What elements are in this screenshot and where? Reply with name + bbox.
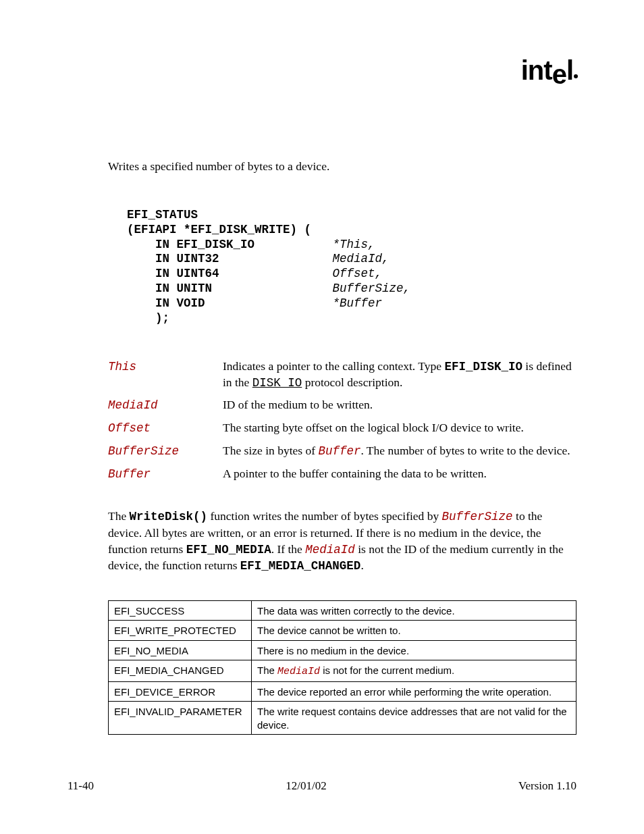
table-row: EFI_SUCCESSThe data was written correctl… (109, 600, 576, 621)
param-desc: A pointer to the buffer containing the d… (223, 466, 576, 482)
status-desc: The data was written correctly to the de… (252, 600, 576, 621)
param-name: Buffer (108, 466, 223, 482)
table-row: EFI_INVALID_PARAMETERThe write request c… (109, 702, 576, 735)
summary-text: Writes a specified number of bytes to a … (108, 159, 576, 174)
status-code: EFI_NO_MEDIA (109, 640, 252, 660)
proto-kw-5: IN VOID (155, 296, 205, 310)
page-footer: 11-40 12/01/02 Version 1.10 (68, 779, 576, 793)
table-row: EFI_NO_MEDIAThere is no medium in the de… (109, 640, 576, 660)
proto-param-3: Offset, (333, 267, 383, 280)
table-row: EFI_DEVICE_ERRORThe device reported an e… (109, 681, 576, 702)
footer-center: 12/01/02 (286, 779, 326, 793)
footer-right: Version 1.10 (518, 779, 576, 793)
status-code: EFI_MEDIA_CHANGED (109, 660, 252, 682)
param-name: Offset (108, 420, 223, 436)
status-code: EFI_SUCCESS (109, 600, 252, 621)
page: intel Writes a specified number of bytes… (0, 0, 644, 834)
proto-param-4: BufferSize, (333, 282, 411, 295)
status-desc: The device cannot be written to. (252, 621, 576, 641)
param-desc: The size in bytes of Buffer. The number … (223, 443, 576, 459)
proto-param-1: *This, (333, 238, 375, 251)
description-paragraph: The WriteDisk() function writes the numb… (108, 509, 576, 575)
proto-line-1: EFI_STATUS (127, 208, 198, 221)
proto-kw-1: IN EFI_DISK_IO (155, 238, 254, 251)
proto-param-5: *Buffer (333, 296, 383, 310)
table-row: EFI_MEDIA_CHANGEDThe MediaId is not for … (109, 660, 576, 682)
param-desc: ID of the medium to be written. (223, 397, 576, 413)
status-code: EFI_WRITE_PROTECTED (109, 621, 252, 641)
param-name: This (108, 359, 223, 391)
param-name: BufferSize (108, 443, 223, 459)
param-row: Offset The starting byte offset on the l… (108, 420, 576, 436)
status-desc: There is no medium in the device. (252, 640, 576, 660)
proto-kw-4: IN UNITN (155, 282, 212, 295)
param-desc: The starting byte offset on the logical … (223, 420, 576, 436)
param-name: MediaId (108, 397, 223, 413)
proto-param-2: MediaId, (333, 252, 390, 265)
param-row: Buffer A pointer to the buffer containin… (108, 466, 576, 482)
status-codes-table: EFI_SUCCESSThe data was written correctl… (108, 600, 576, 735)
param-row: MediaId ID of the medium to be written. (108, 397, 576, 413)
proto-line-2: (EFIAPI *EFI_DISK_WRITE) ( (127, 223, 311, 236)
status-code: EFI_INVALID_PARAMETER (109, 702, 252, 735)
status-desc: The device reported an error while perfo… (252, 681, 576, 702)
prototype-block: EFI_STATUS (EFIAPI *EFI_DISK_WRITE) ( IN… (127, 208, 576, 326)
footer-left: 11-40 (68, 779, 94, 793)
status-code: EFI_DEVICE_ERROR (109, 681, 252, 702)
proto-kw-2: IN UINT32 (155, 252, 219, 265)
proto-close: ); (155, 311, 169, 325)
status-desc: The MediaId is not for the current mediu… (252, 660, 576, 682)
parameters-section: This Indicates a pointer to the calling … (108, 359, 576, 482)
proto-kw-3: IN UINT64 (155, 267, 219, 280)
intel-logo: intel (521, 53, 578, 92)
param-row: This Indicates a pointer to the calling … (108, 359, 576, 391)
param-desc: Indicates a pointer to the calling conte… (223, 359, 576, 391)
param-row: BufferSize The size in bytes of Buffer. … (108, 443, 576, 459)
status-desc: The write request contains device addres… (252, 702, 576, 735)
table-row: EFI_WRITE_PROTECTEDThe device cannot be … (109, 621, 576, 641)
